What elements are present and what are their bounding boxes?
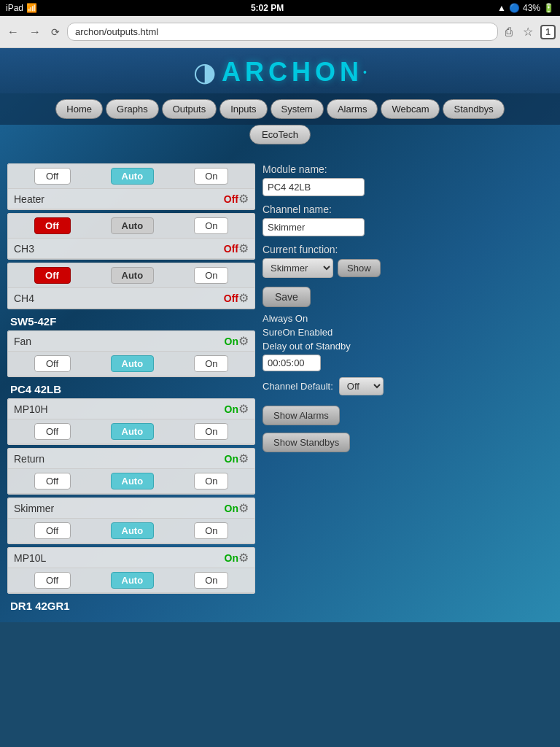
share-button[interactable]: ⎙ [502, 24, 516, 40]
current-function-label: Current function: [262, 244, 553, 255]
nav-inputs[interactable]: Inputs [219, 99, 267, 119]
channel-name-input[interactable] [262, 218, 365, 236]
ch4-auto-btn[interactable]: Auto [111, 267, 155, 284]
back-button[interactable]: ← [4, 23, 22, 42]
heater-on-btn[interactable]: On [194, 168, 228, 185]
mp10l-toggle-row: Off Auto On [8, 568, 254, 593]
mp10l-channel-block: MP10L On ⚙ Off Auto On [7, 547, 255, 594]
mp10l-name: MP10L [14, 552, 225, 564]
left-panel: Off Auto On Heater Off ⚙ Off Auto On [7, 163, 255, 615]
nav-webcam[interactable]: Webcam [381, 99, 440, 119]
battery-icon: 🔋 [543, 3, 554, 13]
mp10h-on-btn[interactable]: On [194, 423, 228, 440]
function-select[interactable]: Skimmer Always On Return Fan Heater [262, 258, 333, 278]
mp10h-off-btn[interactable]: Off [34, 423, 71, 440]
ch3-on-btn[interactable]: On [194, 217, 228, 234]
save-button[interactable]: Save [262, 287, 311, 307]
mp10l-on-btn[interactable]: On [194, 572, 228, 589]
heater-auto-btn[interactable]: Auto [111, 168, 155, 185]
show-function-button[interactable]: Show [338, 259, 381, 277]
ch4-off-btn[interactable]: Off [34, 267, 71, 284]
heater-off-btn[interactable]: Off [34, 168, 71, 185]
ch4-gear-icon[interactable]: ⚙ [238, 291, 249, 305]
mp10l-off-btn[interactable]: Off [34, 572, 71, 589]
heater-gear-icon[interactable]: ⚙ [238, 192, 249, 206]
sw542f-label: SW5-42F [7, 312, 255, 330]
skimmer-gear-icon[interactable]: ⚙ [238, 501, 249, 515]
heater-name: Heater [14, 193, 224, 205]
bookmark-button[interactable]: ☆ [520, 23, 536, 40]
return-status: On [225, 453, 238, 465]
ch3-toggle-row: Off Auto On [8, 214, 254, 239]
location-icon: ▲ [497, 3, 506, 13]
return-auto-btn[interactable]: Auto [111, 473, 155, 489]
fan-on-btn[interactable]: On [194, 355, 228, 372]
return-off-btn[interactable]: Off [34, 473, 71, 489]
right-panel: Module name: Channel name: Current funct… [262, 163, 553, 615]
ch3-name: CH3 [14, 243, 224, 255]
mp10h-name-row: MP10H On ⚙ [8, 399, 254, 419]
battery-label: 43% [523, 3, 540, 13]
ch4-name: CH4 [14, 293, 224, 304]
channel-default-label: Channel Default: [262, 381, 333, 392]
mp10h-toggle-row: Off Auto On [8, 419, 254, 444]
return-on-btn[interactable]: On [194, 473, 228, 489]
heater-status: Off [224, 193, 238, 205]
fan-name-row: Fan On ⚙ [8, 331, 254, 352]
fan-name: Fan [14, 336, 225, 347]
nav-alarms[interactable]: Alarms [327, 99, 378, 119]
fan-channel-block: Fan On ⚙ Off Auto On [7, 330, 255, 377]
address-input[interactable] [67, 23, 498, 41]
ch3-off-btn[interactable]: Off [34, 217, 71, 234]
skimmer-off-btn[interactable]: Off [34, 522, 71, 539]
mp10l-name-row: MP10L On ⚙ [8, 548, 254, 568]
mp10l-gear-icon[interactable]: ⚙ [238, 551, 249, 565]
wifi-icon: 📶 [26, 3, 37, 13]
return-name-row: Return On ⚙ [8, 449, 254, 469]
channel-default-select[interactable]: Off On Auto [339, 377, 384, 395]
nav-bar: Home Graphs Outputs Inputs System Alarms… [0, 93, 560, 125]
module-name-input[interactable] [262, 178, 365, 196]
skimmer-channel-block: Skimmer On ⚙ Off Auto On [7, 498, 255, 544]
status-bar: iPad 📶 5:02 PM ▲ 🔵 43% 🔋 [0, 0, 560, 16]
logo-area: ◑ ARCHON • [0, 48, 560, 93]
ecotech-button[interactable]: EcoTech [249, 125, 311, 144]
ch3-auto-btn[interactable]: Auto [111, 217, 155, 234]
show-alarms-button[interactable]: Show Alarms [262, 406, 340, 425]
ch3-gear-icon[interactable]: ⚙ [238, 241, 249, 255]
browser-bar: ← → ⟳ ⎙ ☆ 1 [0, 16, 560, 48]
skimmer-auto-btn[interactable]: Auto [111, 522, 155, 539]
fan-off-btn[interactable]: Off [34, 355, 71, 372]
fan-gear-icon[interactable]: ⚙ [238, 334, 249, 348]
ch3-channel-block: Off Auto On CH3 Off ⚙ [7, 213, 255, 260]
forward-button[interactable]: → [26, 23, 44, 42]
status-left: iPad 📶 [6, 3, 37, 13]
mp10h-gear-icon[interactable]: ⚙ [238, 402, 249, 416]
skimmer-on-btn[interactable]: On [194, 522, 228, 539]
nav-home[interactable]: Home [55, 99, 103, 119]
always-on-text: Always On [262, 313, 553, 324]
mp10l-auto-btn[interactable]: Auto [111, 572, 155, 589]
show-standbys-button[interactable]: Show Standbys [262, 433, 350, 452]
delay-time-input[interactable] [262, 355, 321, 371]
mp10l-status: On [225, 552, 238, 564]
pc442lb-label: PC4 42LB [7, 380, 255, 398]
mp10h-auto-btn[interactable]: Auto [111, 423, 155, 440]
carrier-label: iPad [6, 3, 23, 13]
nav-outputs[interactable]: Outputs [162, 99, 217, 119]
nav-standbys[interactable]: Standbys [443, 99, 504, 119]
reload-button[interactable]: ⟳ [48, 23, 63, 41]
logo-dot: • [363, 66, 367, 78]
tab-count[interactable]: 1 [540, 25, 556, 39]
return-gear-icon[interactable]: ⚙ [238, 452, 249, 465]
ch3-name-row: CH3 Off ⚙ [8, 239, 254, 259]
fan-auto-btn[interactable]: Auto [111, 355, 155, 372]
return-name: Return [14, 453, 225, 465]
module-name-label: Module name: [262, 163, 553, 175]
sureon-enabled-text: SureOn Enabled [262, 327, 553, 338]
nav-graphs[interactable]: Graphs [106, 99, 159, 119]
nav-system[interactable]: System [271, 99, 324, 119]
bluetooth-icon: 🔵 [509, 3, 520, 13]
heater-toggle-row: Off Auto On [8, 164, 254, 189]
ch4-on-btn[interactable]: On [194, 267, 228, 284]
